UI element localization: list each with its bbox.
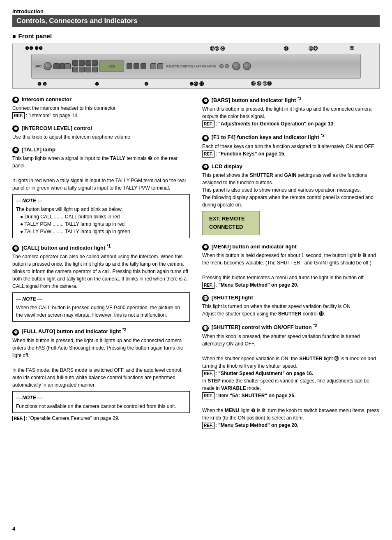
panel-btn-fullauto	[65, 63, 71, 69]
item-6-body: When this button is pressed, the light i…	[202, 105, 380, 127]
panel-btn-r5	[157, 63, 163, 69]
item-3-number: ❸	[12, 147, 19, 153]
item-7-number: ❼	[202, 135, 209, 141]
item-7-f1f4: ❼ [F1 to F4] function keys and indicator…	[202, 133, 380, 157]
item-5-number: ❺	[12, 329, 19, 336]
item-1-body: Connect the intercom headset to this con…	[12, 104, 190, 119]
item-5-ref: REF.: "Operable Camera Features" on page…	[12, 415, 190, 421]
item-2-title: ❷ [INTERCOM LEVEL] control	[12, 125, 190, 132]
panel-btn-m3	[85, 67, 91, 72]
item-8-number: ❽	[202, 164, 209, 170]
item-1-number: ❶	[12, 97, 19, 103]
item-11-body: When this knob is pressed, the shutter s…	[202, 333, 380, 429]
page-title-bar: Controls, Connectors and Indicators	[12, 15, 380, 27]
panel-remote-label: REMOTE CONTROL UNIT RM-HP250	[166, 65, 216, 68]
item-3-title: ❸ [TALLY] lamp	[12, 146, 190, 153]
item-9-menu: ❾ [MENU] button and indicator light When…	[202, 243, 380, 289]
item-7-body: Each of these keys can turn the function…	[202, 143, 380, 158]
item-10-title: ⓾ [SHUTTER] light	[202, 294, 380, 301]
item-4-title: ❹ [CALL] button and indicator light *1	[12, 244, 190, 252]
item-6-bars: ❻ [BARS] button and indicator light *2 W…	[202, 96, 380, 127]
page-number: 4	[12, 526, 15, 532]
item-1-intercom-connector: ❶ Intercom connector Connect the interco…	[12, 96, 190, 119]
panel-btn-r7	[225, 64, 229, 68]
item-9-ref: REF.	[202, 282, 214, 289]
item-5-title: ❺ [FULL AUTO] button and indicator light…	[12, 327, 190, 335]
panel-jvc-label: JVC	[35, 64, 42, 68]
item-4-body: The camera operator can also be called w…	[12, 253, 190, 290]
item-3-tally: ❸ [TALLY] lamp This lamp lights when a s…	[12, 146, 190, 238]
panel-knob-power	[232, 62, 240, 70]
panel-btn-tally	[53, 63, 59, 69]
panel-btn-f4	[92, 60, 98, 66]
item-10-shutter-light: ⓾ [SHUTTER] light This light is turned o…	[202, 294, 380, 318]
panel-knob-1	[44, 62, 52, 70]
item-8-body: This panel shows the SHUTTER and GAIN se…	[202, 172, 380, 209]
panel-btn-f3	[85, 60, 91, 66]
item-2-body: Use this knob to adjust the intercom ear…	[12, 133, 190, 141]
panel-btn-r4	[150, 63, 156, 69]
panel-btn-call	[59, 63, 65, 69]
item-2-number: ❷	[12, 125, 19, 132]
panel-btn-r1	[127, 63, 132, 69]
intro-label: Introduction	[12, 8, 380, 14]
item-10-number: ⓾	[202, 295, 209, 301]
item-9-title: ❾ [MENU] button and indicator light	[202, 243, 380, 250]
panel-btn-r6	[219, 64, 224, 68]
item-4-number: ❹	[12, 245, 19, 252]
item-5-body: When this button is pressed, the light i…	[12, 337, 190, 389]
item-11-number: ⓫	[202, 325, 209, 331]
item-11-shutter-control: ⓫ [SHUTTER] control with ON/OFF button *…	[202, 323, 380, 429]
item-8-title: ❽ LCD display	[202, 163, 380, 170]
panel-lcd: LCD	[99, 60, 124, 72]
panel-btn-m1	[72, 67, 78, 72]
lcd-display: EXT. REMOTE CONNECTED	[202, 211, 260, 236]
panel-btn-r3	[141, 63, 146, 69]
item-4-call: ❹ [CALL] button and indicator light *1 T…	[12, 244, 190, 322]
section-header: Front panel	[12, 32, 380, 39]
item-6-number: ❻	[202, 97, 209, 104]
item-5-note: — NOTE — Functions not available on the …	[12, 391, 190, 413]
panel-btn-f1	[72, 60, 78, 66]
item-3-note: — NOTE — The button lamps will light up …	[12, 194, 190, 238]
item-9-body: When this button is held depressed for a…	[202, 252, 380, 289]
front-panel-diagram: ❶❷ ❸❹ ⑫⑬ ⑭ ⑲ ⑳㉑ ㉒ JVC LCD	[12, 44, 380, 89]
item-4-note: — NOTE — When the CALL button is pressed…	[12, 292, 190, 322]
item-2-intercom-level: ❷ [INTERCOM LEVEL] control Use this knob…	[12, 125, 190, 141]
panel-btn-m4	[92, 67, 98, 72]
item-5-fullauto: ❺ [FULL AUTO] button and indicator light…	[12, 327, 190, 421]
item-11-ref2: REF.	[202, 392, 214, 399]
note-bullet-1: During CALL ....... CALL button blinks i…	[20, 213, 186, 220]
item-6-title: ❻ [BARS] button and indicator light *2	[202, 96, 380, 104]
panel-btn-f2	[79, 60, 85, 66]
item-11-ref3: REF.	[202, 422, 214, 429]
item-7-ref: REF.	[202, 151, 214, 158]
panel-btn-r2	[134, 63, 139, 69]
item-11-title: ⓫ [SHUTTER] control with ON/OFF button *…	[202, 323, 380, 331]
item-9-number: ❾	[202, 244, 209, 250]
item-11-ref1: REF.	[202, 370, 214, 377]
item-8-lcd: ❽ LCD display This panel shows the SHUTT…	[202, 163, 380, 238]
item-3-body: This lamp lights when a signal is input …	[12, 155, 190, 192]
note-bullet-3: TALLY PVW ........ TALLY lamp lights up …	[20, 228, 186, 235]
item-1-ref: REF.	[12, 112, 25, 119]
item-1-title: ❶ Intercom connector	[12, 96, 190, 103]
item-7-title: ❼ [F1 to F4] function keys and indicator…	[202, 133, 380, 141]
item-6-ref: REF.	[202, 121, 214, 127]
panel-btn-m2	[79, 67, 85, 72]
note-bullet-2: TALLY PGM ........ TALLY lamp lights up …	[20, 220, 186, 228]
panel-knob-right	[243, 62, 251, 70]
item-10-body: This light is turned on when the shutter…	[202, 303, 380, 318]
